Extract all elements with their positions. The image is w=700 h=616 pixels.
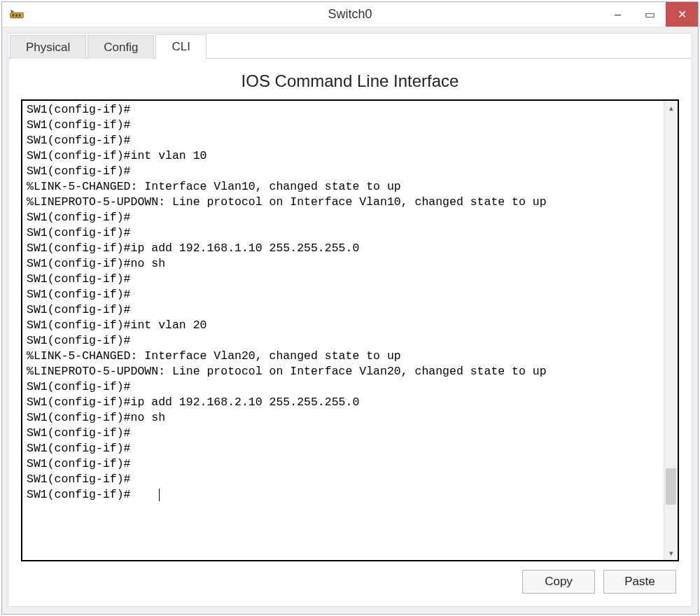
tab-physical[interactable]: Physical	[10, 35, 86, 59]
window-title: Switch0	[2, 7, 698, 22]
svg-rect-2	[15, 14, 18, 17]
content-panel: Physical Config CLI IOS Command Line Int…	[8, 33, 692, 607]
scroll-up-button[interactable]: ▴	[664, 101, 678, 115]
terminal-line: SW1(config-if)#ip add 192.168.2.10 255.2…	[27, 395, 659, 410]
terminal-line: %LINK-5-CHANGED: Interface Vlan20, chang…	[27, 349, 659, 364]
terminal-line: SW1(config-if)#ip add 192.168.1.10 255.2…	[27, 241, 659, 256]
tab-cli[interactable]: CLI	[155, 34, 206, 59]
tab-label: CLI	[172, 40, 190, 53]
switch-device-icon	[9, 7, 24, 22]
minimize-button[interactable]: –	[601, 2, 634, 27]
terminal-line: SW1(config-if)#	[27, 210, 659, 225]
button-row: Copy Paste	[21, 561, 679, 596]
minimize-icon: –	[615, 8, 621, 21]
terminal-line: SW1(config-if)#int vlan 10	[27, 148, 659, 164]
terminal-line: SW1(config-if)#	[27, 456, 659, 472]
titlebar[interactable]: Switch0 – ▭ ✕	[2, 2, 698, 27]
terminal-line: SW1(config-if)#no sh	[27, 256, 659, 272]
client-area: Physical Config CLI IOS Command Line Int…	[2, 27, 698, 614]
terminal-line: SW1(config-if)#	[27, 487, 659, 503]
terminal-scrollbar[interactable]: ▴ ▾	[664, 101, 678, 560]
terminal-line: SW1(config-if)#	[27, 441, 659, 456]
terminal-line: %LINEPROTO-5-UPDOWN: Line protocol on In…	[27, 364, 659, 379]
terminal-line: SW1(config-if)#	[27, 302, 659, 318]
chevron-up-icon: ▴	[669, 104, 673, 113]
terminal-line: SW1(config-if)#	[27, 164, 659, 179]
terminal-frame: SW1(config-if)#SW1(config-if)#SW1(config…	[21, 99, 679, 561]
scroll-down-button[interactable]: ▾	[664, 546, 678, 560]
maximize-icon: ▭	[645, 8, 655, 21]
tab-bar: Physical Config CLI	[8, 34, 692, 59]
terminal-line: SW1(config-if)#	[27, 333, 659, 349]
button-label: Paste	[624, 575, 654, 589]
terminal-line: SW1(config-if)#	[27, 426, 659, 441]
terminal-line: SW1(config-if)#	[27, 272, 659, 287]
tab-label: Physical	[26, 41, 70, 54]
terminal-line: SW1(config-if)#	[27, 287, 659, 302]
chevron-down-icon: ▾	[669, 549, 673, 558]
text-cursor-icon	[159, 489, 160, 501]
panel-title: IOS Command Line Interface	[21, 71, 679, 91]
app-window: Switch0 – ▭ ✕ Physical Config	[1, 1, 699, 615]
terminal-line: SW1(config-if)#int vlan 20	[27, 318, 659, 333]
terminal-line: SW1(config-if)#	[27, 133, 659, 148]
terminal-line: SW1(config-if)#	[27, 472, 659, 487]
scroll-thumb[interactable]	[666, 468, 676, 505]
terminal[interactable]: SW1(config-if)#SW1(config-if)#SW1(config…	[22, 101, 664, 560]
tab-config[interactable]: Config	[88, 35, 154, 59]
terminal-line: %LINK-5-CHANGED: Interface Vlan10, chang…	[27, 179, 659, 195]
close-button[interactable]: ✕	[666, 2, 698, 27]
terminal-line: SW1(config-if)#	[27, 102, 659, 118]
svg-rect-3	[19, 14, 21, 17]
maximize-button[interactable]: ▭	[634, 2, 666, 27]
svg-rect-1	[13, 14, 15, 17]
terminal-line: SW1(config-if)#	[27, 379, 659, 395]
terminal-line: %LINEPROTO-5-UPDOWN: Line protocol on In…	[27, 195, 659, 210]
window-controls: – ▭ ✕	[601, 2, 698, 27]
terminal-line: SW1(config-if)#	[27, 225, 659, 241]
terminal-line: SW1(config-if)#no sh	[27, 410, 659, 426]
paste-button[interactable]: Paste	[603, 570, 676, 594]
button-label: Copy	[545, 575, 573, 589]
close-icon: ✕	[678, 8, 687, 21]
tab-label: Config	[104, 41, 138, 54]
copy-button[interactable]: Copy	[522, 570, 595, 594]
cli-panel: IOS Command Line Interface SW1(config-if…	[8, 59, 692, 606]
terminal-line: SW1(config-if)#	[27, 118, 659, 133]
